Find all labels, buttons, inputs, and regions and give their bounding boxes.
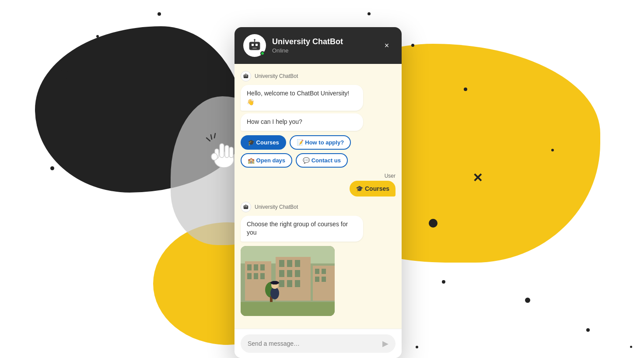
svg-rect-28 xyxy=(247,264,252,270)
dot-5 xyxy=(50,166,54,170)
svg-rect-9 xyxy=(249,42,260,50)
bot-bubble-help: How can I help you? xyxy=(241,113,363,131)
message-input[interactable] xyxy=(248,340,378,347)
bot-avatar xyxy=(243,34,266,57)
dot-2 xyxy=(96,35,99,38)
bot-sender-label-1: University ChatBot xyxy=(241,71,396,81)
bot-message-group-2: University ChatBot Choose the right grou… xyxy=(241,202,396,316)
dot-7 xyxy=(411,44,414,47)
close-button[interactable]: × xyxy=(381,39,393,52)
svg-rect-55 xyxy=(272,281,277,284)
svg-rect-1 xyxy=(220,144,224,158)
quick-reply-contact[interactable]: 💬 Contact us xyxy=(296,153,348,168)
dot-15 xyxy=(416,346,418,348)
bot-bubble-courses: Choose the right group of courses for yo… xyxy=(241,216,363,242)
dot-6 xyxy=(368,12,371,15)
dot-12 xyxy=(442,280,445,284)
user-bubble-courses: 🎓 Courses xyxy=(350,181,396,197)
svg-line-7 xyxy=(211,135,212,139)
svg-rect-41 xyxy=(279,280,284,287)
svg-rect-29 xyxy=(254,264,258,270)
bot-mini-avatar-1 xyxy=(241,71,251,81)
svg-rect-49 xyxy=(241,302,335,316)
decorative-cross: ✕ xyxy=(472,171,483,185)
svg-point-0 xyxy=(214,152,234,168)
quick-reply-apply[interactable]: 📝 How to apply? xyxy=(290,135,351,150)
svg-point-19 xyxy=(245,73,246,74)
bot-sender-name-2: University ChatBot xyxy=(255,204,298,210)
quick-replies: 🎓 Courses 📝 How to apply? 🏫 Open days 💬 … xyxy=(241,135,396,168)
svg-rect-35 xyxy=(279,260,284,267)
chat-body: University ChatBot Hello, welcome to Cha… xyxy=(234,64,402,329)
svg-rect-11 xyxy=(256,44,258,46)
chat-footer: ▶ xyxy=(234,329,402,358)
online-indicator xyxy=(260,51,265,56)
svg-line-6 xyxy=(206,138,210,141)
svg-rect-20 xyxy=(244,205,248,209)
svg-rect-38 xyxy=(279,270,284,277)
svg-rect-39 xyxy=(287,270,292,277)
svg-rect-30 xyxy=(260,264,265,270)
send-button[interactable]: ▶ xyxy=(382,339,388,348)
svg-rect-22 xyxy=(246,206,247,207)
dot-9 xyxy=(551,149,554,151)
dot-1 xyxy=(158,12,161,16)
svg-line-8 xyxy=(214,133,215,138)
svg-point-52 xyxy=(270,287,279,299)
svg-rect-42 xyxy=(287,280,292,287)
svg-rect-40 xyxy=(295,270,300,277)
svg-rect-45 xyxy=(315,269,319,274)
svg-rect-4 xyxy=(215,149,219,158)
chat-header: University ChatBot Online × xyxy=(234,27,402,64)
quick-reply-courses[interactable]: 🎓 Courses xyxy=(241,135,286,150)
svg-rect-21 xyxy=(245,206,245,207)
dot-14 xyxy=(586,328,590,332)
svg-rect-16 xyxy=(245,75,245,76)
chat-window: University ChatBot Online × University C… xyxy=(234,27,402,358)
header-info: University ChatBot Online xyxy=(272,37,374,54)
course-image xyxy=(241,246,335,316)
black-blob xyxy=(35,26,245,193)
dot-16 xyxy=(630,346,632,348)
svg-rect-43 xyxy=(295,280,300,287)
bot-sender-label-2: University ChatBot xyxy=(241,202,396,212)
svg-rect-33 xyxy=(260,273,265,279)
dot-10 xyxy=(429,219,438,228)
svg-rect-31 xyxy=(247,273,252,279)
svg-rect-10 xyxy=(252,44,254,46)
svg-rect-15 xyxy=(244,75,248,78)
svg-rect-2 xyxy=(225,145,229,158)
dot-8 xyxy=(464,88,467,91)
chatbot-status: Online xyxy=(272,47,374,54)
bot-sender-name-1: University ChatBot xyxy=(255,73,298,79)
message-input-row: ▶ xyxy=(241,334,396,353)
svg-rect-32 xyxy=(254,273,258,279)
chatbot-name: University ChatBot xyxy=(272,37,374,46)
svg-rect-37 xyxy=(295,260,300,267)
svg-rect-48 xyxy=(322,277,326,282)
dot-4 xyxy=(92,88,95,91)
svg-rect-17 xyxy=(246,75,247,76)
bot-message-group-1: University ChatBot Hello, welcome to Cha… xyxy=(241,71,396,168)
bot-bubble-welcome: Hello, welcome to ChatBot University! 👋 xyxy=(241,85,363,111)
svg-point-5 xyxy=(211,153,217,160)
svg-rect-3 xyxy=(229,147,233,158)
dot-13 xyxy=(525,298,530,303)
svg-point-24 xyxy=(245,204,246,205)
svg-point-14 xyxy=(254,39,256,41)
svg-rect-12 xyxy=(252,48,257,49)
dot-3 xyxy=(59,70,69,80)
svg-rect-36 xyxy=(287,260,292,267)
bot-mini-avatar-2 xyxy=(241,202,251,212)
user-label: User xyxy=(385,173,396,179)
quick-reply-open-days[interactable]: 🏫 Open days xyxy=(241,153,292,168)
user-message-group: User 🎓 Courses xyxy=(241,173,396,197)
svg-rect-47 xyxy=(315,277,319,282)
svg-rect-46 xyxy=(322,269,326,274)
